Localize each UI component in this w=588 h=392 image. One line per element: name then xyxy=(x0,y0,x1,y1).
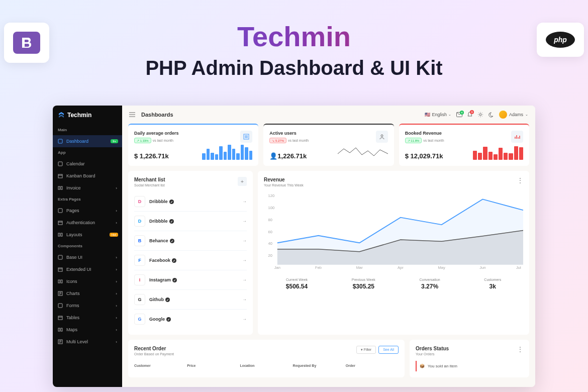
sidebar-item-icons[interactable]: Icons› xyxy=(53,275,122,287)
settings-icon[interactable] xyxy=(477,112,483,118)
svg-point-25 xyxy=(381,135,383,137)
dashboard-preview: Techmin MainDashboard9+AppCalendarKanban… xyxy=(53,106,535,387)
svg-point-23 xyxy=(479,114,481,116)
sidebar-item-calendar[interactable]: Calendar xyxy=(53,158,122,170)
svg-rect-20 xyxy=(61,328,62,331)
sidebar-item-charts[interactable]: Charts› xyxy=(53,287,122,300)
revenue-panel: Revenue Your Revenue This Week ⋮ 1201008… xyxy=(258,171,529,335)
sidebar: Techmin MainDashboard9+AppCalendarKanban… xyxy=(53,106,122,387)
hero-subtitle: PHP Admin Dashboard & UI Kit xyxy=(0,57,588,79)
svg-text:May: May xyxy=(438,265,446,270)
svg-text:Jan: Jan xyxy=(274,265,280,270)
php-logo: php xyxy=(537,23,584,57)
topbar: Dashboards 🇺🇸 English ⌄ 4 3 Adams ⌄ xyxy=(122,106,535,124)
table-header: Price xyxy=(187,364,240,367)
revenue-menu-icon[interactable]: ⋮ xyxy=(517,177,523,184)
language-selector[interactable]: 🇺🇸 English ⌄ xyxy=(425,112,451,117)
table-header: Order xyxy=(346,364,399,367)
svg-rect-4 xyxy=(58,162,62,166)
sidebar-item-tables[interactable]: Tables› xyxy=(53,312,122,324)
svg-rect-3 xyxy=(58,139,62,143)
sidebar-item-pages[interactable]: Pages› xyxy=(53,205,122,217)
merchant-item[interactable]: GGithub✓→ xyxy=(134,290,247,310)
stat-card: Active users↘ 5.27% vs last month👤1,226.… xyxy=(263,124,394,166)
stat-icon xyxy=(376,131,388,143)
hero-title: Techmin xyxy=(0,20,588,53)
bell-icon[interactable]: 3 xyxy=(467,112,472,118)
bootstrap-logo xyxy=(4,23,49,63)
arrow-icon: → xyxy=(242,297,247,302)
stat-card: Daily average orders↗ 1.33% vs last mont… xyxy=(128,124,258,166)
stat-icon xyxy=(511,131,523,143)
arrow-icon: → xyxy=(242,277,247,282)
svg-text:40: 40 xyxy=(268,242,272,246)
svg-rect-11 xyxy=(61,233,62,236)
svg-rect-13 xyxy=(58,268,62,271)
revenue-stat: Customers3k xyxy=(484,278,501,290)
mail-icon[interactable]: 4 xyxy=(456,112,462,117)
merchant-item[interactable]: DDribbble✓→ xyxy=(134,192,247,212)
merchant-item[interactable]: GGoogle✓→ xyxy=(134,310,247,329)
arrow-icon: → xyxy=(242,258,247,263)
stat-card: Booked Revenue↗ 11.8% vs last month$ 12,… xyxy=(399,124,529,166)
sidebar-item-authentication[interactable]: Authentication› xyxy=(53,217,122,229)
merchant-panel: Merchant list Social Merchant list + DDr… xyxy=(128,171,253,335)
svg-rect-15 xyxy=(61,280,62,283)
sidebar-section: Main xyxy=(53,125,122,135)
arrow-icon: → xyxy=(242,317,247,322)
merchant-item[interactable]: DDribbble✓→ xyxy=(134,212,247,231)
sidebar-item-multi-level[interactable]: Multi Level› xyxy=(53,336,122,348)
svg-rect-5 xyxy=(58,174,62,178)
svg-rect-14 xyxy=(58,280,60,283)
filter-button[interactable]: ▾ Filter xyxy=(356,346,376,354)
svg-rect-9 xyxy=(58,221,62,225)
svg-text:php: php xyxy=(553,36,567,44)
sidebar-item-layouts[interactable]: LayoutsHot xyxy=(53,229,122,241)
svg-text:60: 60 xyxy=(268,230,272,234)
merchant-item[interactable]: FFacebook✓→ xyxy=(134,251,247,270)
sidebar-item-dashboard[interactable]: Dashboard9+ xyxy=(53,135,122,147)
table-header: Customer xyxy=(134,364,187,367)
revenue-stat: Current Week$506.54 xyxy=(286,278,308,290)
status-item: 📦 You sold an item xyxy=(416,361,523,371)
sidebar-section: Components xyxy=(53,241,122,251)
table-header: Location xyxy=(240,364,292,367)
svg-rect-10 xyxy=(58,233,60,236)
sidebar-section: Extra Pages xyxy=(53,194,122,205)
sidebar-section: App xyxy=(53,147,122,158)
svg-rect-17 xyxy=(58,304,62,308)
svg-text:100: 100 xyxy=(268,206,275,210)
sidebar-item-invoice[interactable]: Invoice› xyxy=(53,182,122,194)
sidebar-item-extended-ui[interactable]: Extended UI› xyxy=(53,263,122,275)
svg-text:Jul: Jul xyxy=(516,265,521,270)
svg-rect-8 xyxy=(58,209,62,213)
recent-order-panel: Recent Order Order Based on Payment ▾ Fi… xyxy=(128,340,405,377)
table-header: Requested By xyxy=(293,364,346,367)
menu-icon[interactable] xyxy=(129,112,135,117)
svg-rect-18 xyxy=(58,316,62,320)
page-title: Dashboards xyxy=(141,112,173,118)
sidebar-item-base-ui[interactable]: Base UI› xyxy=(53,251,122,263)
merchant-item[interactable]: BBehance✓→ xyxy=(134,231,247,251)
svg-text:Apr: Apr xyxy=(398,265,404,270)
status-menu-icon[interactable]: ⋮ xyxy=(517,346,523,353)
sidebar-item-kanban-board[interactable]: Kanban Board xyxy=(53,170,122,182)
svg-text:120: 120 xyxy=(268,193,275,198)
svg-rect-12 xyxy=(58,255,62,259)
theme-icon[interactable] xyxy=(488,112,494,118)
arrow-icon: → xyxy=(242,238,247,243)
svg-text:20: 20 xyxy=(268,253,272,258)
see-all-button[interactable]: See All xyxy=(378,346,399,354)
revenue-chart: 12010080604020 JanFebMarAprMayJunJul xyxy=(264,192,523,270)
merchant-item[interactable]: IInstagram✓→ xyxy=(134,270,247,290)
svg-rect-19 xyxy=(58,328,60,331)
revenue-stat: Conversation3.27% xyxy=(419,278,440,290)
arrow-icon: → xyxy=(242,219,247,224)
user-menu[interactable]: Adams ⌄ xyxy=(499,111,528,119)
add-merchant-button[interactable]: + xyxy=(238,177,247,186)
sidebar-item-forms[interactable]: Forms› xyxy=(53,300,122,312)
svg-text:Mar: Mar xyxy=(356,265,363,270)
sidebar-item-maps[interactable]: Maps› xyxy=(53,324,122,336)
svg-rect-6 xyxy=(58,186,60,189)
sidebar-brand[interactable]: Techmin xyxy=(53,106,122,125)
